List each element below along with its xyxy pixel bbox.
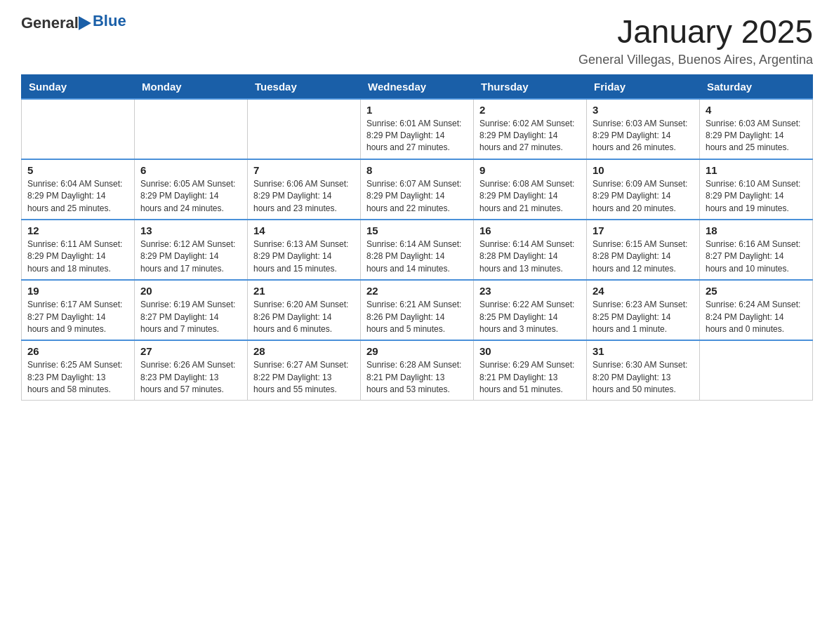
calendar-cell: 25Sunrise: 6:24 AM Sunset: 8:24 PM Dayli… [700, 280, 813, 340]
svg-marker-0 [79, 16, 91, 30]
day-info: Sunrise: 6:09 AM Sunset: 8:29 PM Dayligh… [593, 178, 694, 215]
day-info: Sunrise: 6:04 AM Sunset: 8:29 PM Dayligh… [27, 178, 128, 215]
calendar-cell: 6Sunrise: 6:05 AM Sunset: 8:29 PM Daylig… [135, 159, 248, 220]
calendar-cell: 12Sunrise: 6:11 AM Sunset: 8:29 PM Dayli… [22, 220, 135, 280]
calendar-week-row: 19Sunrise: 6:17 AM Sunset: 8:27 PM Dayli… [22, 280, 813, 340]
calendar-cell: 31Sunrise: 6:30 AM Sunset: 8:20 PM Dayli… [587, 340, 700, 401]
day-info: Sunrise: 6:26 AM Sunset: 8:23 PM Dayligh… [140, 359, 241, 396]
day-number: 29 [366, 345, 468, 357]
calendar-cell [248, 99, 361, 159]
day-info: Sunrise: 6:22 AM Sunset: 8:25 PM Dayligh… [479, 299, 581, 335]
calendar-cell [22, 99, 135, 159]
day-number: 4 [706, 104, 807, 116]
day-number: 9 [479, 164, 581, 176]
calendar-cell: 7Sunrise: 6:06 AM Sunset: 8:29 PM Daylig… [248, 159, 361, 220]
day-info: Sunrise: 6:30 AM Sunset: 8:20 PM Dayligh… [593, 359, 694, 396]
day-number: 1 [366, 104, 468, 116]
calendar-cell: 5Sunrise: 6:04 AM Sunset: 8:29 PM Daylig… [22, 159, 135, 220]
calendar-cell: 8Sunrise: 6:07 AM Sunset: 8:29 PM Daylig… [361, 159, 474, 220]
day-number: 19 [27, 285, 128, 297]
day-number: 12 [27, 224, 128, 236]
day-number: 26 [27, 345, 128, 357]
day-of-week-header: Thursday [474, 74, 587, 99]
day-info: Sunrise: 6:19 AM Sunset: 8:27 PM Dayligh… [140, 299, 241, 335]
day-number: 13 [140, 224, 241, 236]
day-info: Sunrise: 6:02 AM Sunset: 8:29 PM Dayligh… [479, 118, 581, 154]
location-subtitle: General Villegas, Buenos Aires, Argentin… [578, 53, 813, 67]
day-number: 22 [366, 285, 468, 297]
calendar-cell: 30Sunrise: 6:29 AM Sunset: 8:21 PM Dayli… [474, 340, 587, 401]
day-info: Sunrise: 6:03 AM Sunset: 8:29 PM Dayligh… [706, 118, 807, 154]
day-info: Sunrise: 6:17 AM Sunset: 8:27 PM Dayligh… [27, 299, 128, 335]
calendar-cell: 29Sunrise: 6:28 AM Sunset: 8:21 PM Dayli… [361, 340, 474, 401]
day-number: 14 [253, 224, 355, 236]
calendar-cell [135, 99, 248, 159]
title-block: January 2025 General Villegas, Buenos Ai… [578, 14, 813, 67]
calendar-cell: 1Sunrise: 6:01 AM Sunset: 8:29 PM Daylig… [361, 99, 474, 159]
calendar-cell: 19Sunrise: 6:17 AM Sunset: 8:27 PM Dayli… [22, 280, 135, 340]
month-year-title: January 2025 [578, 14, 813, 50]
calendar-cell: 9Sunrise: 6:08 AM Sunset: 8:29 PM Daylig… [474, 159, 587, 220]
day-info: Sunrise: 6:29 AM Sunset: 8:21 PM Dayligh… [479, 359, 581, 396]
day-info: Sunrise: 6:16 AM Sunset: 8:27 PM Dayligh… [706, 239, 807, 275]
day-number: 20 [140, 285, 241, 297]
day-info: Sunrise: 6:28 AM Sunset: 8:21 PM Dayligh… [366, 359, 468, 396]
day-info: Sunrise: 6:25 AM Sunset: 8:23 PM Dayligh… [27, 359, 128, 396]
calendar-cell: 26Sunrise: 6:25 AM Sunset: 8:23 PM Dayli… [22, 340, 135, 401]
calendar-week-row: 5Sunrise: 6:04 AM Sunset: 8:29 PM Daylig… [22, 159, 813, 220]
calendar-cell: 20Sunrise: 6:19 AM Sunset: 8:27 PM Dayli… [135, 280, 248, 340]
day-number: 17 [593, 224, 694, 236]
day-number: 16 [479, 224, 581, 236]
day-info: Sunrise: 6:12 AM Sunset: 8:29 PM Dayligh… [140, 239, 241, 275]
day-of-week-header: Saturday [700, 74, 813, 99]
calendar-table: SundayMondayTuesdayWednesdayThursdayFrid… [21, 74, 813, 401]
day-info: Sunrise: 6:11 AM Sunset: 8:29 PM Dayligh… [27, 239, 128, 275]
calendar-cell: 10Sunrise: 6:09 AM Sunset: 8:29 PM Dayli… [587, 159, 700, 220]
day-info: Sunrise: 6:01 AM Sunset: 8:29 PM Dayligh… [366, 118, 468, 154]
day-number: 31 [593, 345, 694, 357]
logo: General Blue [21, 14, 126, 32]
day-number: 6 [140, 164, 241, 176]
day-number: 5 [27, 164, 128, 176]
day-number: 24 [593, 285, 694, 297]
day-number: 21 [253, 285, 355, 297]
calendar-cell [700, 340, 813, 401]
day-info: Sunrise: 6:20 AM Sunset: 8:26 PM Dayligh… [253, 299, 355, 335]
calendar-cell: 16Sunrise: 6:14 AM Sunset: 8:28 PM Dayli… [474, 220, 587, 280]
calendar-cell: 28Sunrise: 6:27 AM Sunset: 8:22 PM Dayli… [248, 340, 361, 401]
calendar-cell: 21Sunrise: 6:20 AM Sunset: 8:26 PM Dayli… [248, 280, 361, 340]
calendar-cell: 24Sunrise: 6:23 AM Sunset: 8:25 PM Dayli… [587, 280, 700, 340]
calendar-cell: 11Sunrise: 6:10 AM Sunset: 8:29 PM Dayli… [700, 159, 813, 220]
day-of-week-header: Friday [587, 74, 700, 99]
calendar-cell: 23Sunrise: 6:22 AM Sunset: 8:25 PM Dayli… [474, 280, 587, 340]
day-number: 3 [593, 104, 694, 116]
day-number: 18 [706, 224, 807, 236]
logo-arrow-icon [79, 16, 91, 33]
logo-general-text: General [21, 14, 79, 32]
day-info: Sunrise: 6:10 AM Sunset: 8:29 PM Dayligh… [706, 178, 807, 215]
calendar-cell: 3Sunrise: 6:03 AM Sunset: 8:29 PM Daylig… [587, 99, 700, 159]
day-info: Sunrise: 6:15 AM Sunset: 8:28 PM Dayligh… [593, 239, 694, 275]
day-info: Sunrise: 6:14 AM Sunset: 8:28 PM Dayligh… [479, 239, 581, 275]
day-of-week-header: Wednesday [361, 74, 474, 99]
day-number: 2 [479, 104, 581, 116]
calendar-cell: 15Sunrise: 6:14 AM Sunset: 8:28 PM Dayli… [361, 220, 474, 280]
day-info: Sunrise: 6:24 AM Sunset: 8:24 PM Dayligh… [706, 299, 807, 335]
day-info: Sunrise: 6:14 AM Sunset: 8:28 PM Dayligh… [366, 239, 468, 275]
day-info: Sunrise: 6:05 AM Sunset: 8:29 PM Dayligh… [140, 178, 241, 215]
day-number: 27 [140, 345, 241, 357]
calendar-cell: 27Sunrise: 6:26 AM Sunset: 8:23 PM Dayli… [135, 340, 248, 401]
calendar-week-row: 26Sunrise: 6:25 AM Sunset: 8:23 PM Dayli… [22, 340, 813, 401]
day-number: 23 [479, 285, 581, 297]
day-info: Sunrise: 6:23 AM Sunset: 8:25 PM Dayligh… [593, 299, 694, 335]
day-number: 7 [253, 164, 355, 176]
day-number: 8 [366, 164, 468, 176]
calendar-cell: 2Sunrise: 6:02 AM Sunset: 8:29 PM Daylig… [474, 99, 587, 159]
day-info: Sunrise: 6:06 AM Sunset: 8:29 PM Dayligh… [253, 178, 355, 215]
calendar-cell: 14Sunrise: 6:13 AM Sunset: 8:29 PM Dayli… [248, 220, 361, 280]
calendar-cell: 18Sunrise: 6:16 AM Sunset: 8:27 PM Dayli… [700, 220, 813, 280]
calendar-week-row: 12Sunrise: 6:11 AM Sunset: 8:29 PM Dayli… [22, 220, 813, 280]
day-info: Sunrise: 6:13 AM Sunset: 8:29 PM Dayligh… [253, 239, 355, 275]
day-of-week-header: Tuesday [248, 74, 361, 99]
day-number: 30 [479, 345, 581, 357]
